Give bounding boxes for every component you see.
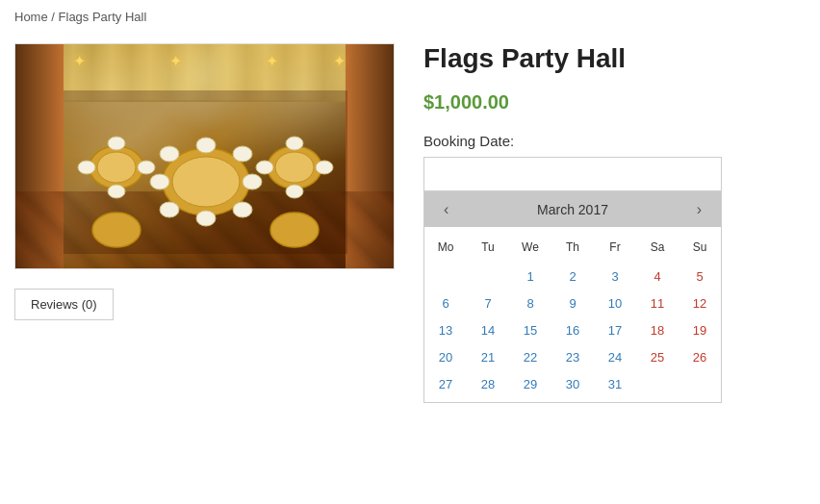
chandelier-3 xyxy=(266,52,285,81)
svg-point-13 xyxy=(160,146,179,162)
calendar: ‹ March 2017 › MoTuWeThFrSaSu 1234567891… xyxy=(423,191,722,403)
chandelier-4 xyxy=(333,52,352,81)
day-cell[interactable]: 18 xyxy=(636,316,679,343)
day-cell[interactable]: 4 xyxy=(636,263,679,290)
day-header-fr: Fr xyxy=(594,237,636,258)
breadcrumb-home[interactable]: Home xyxy=(14,10,48,24)
venue-image xyxy=(14,43,395,269)
day-cell[interactable]: 17 xyxy=(594,316,636,343)
svg-point-7 xyxy=(92,213,141,247)
day-cell[interactable]: 6 xyxy=(424,290,467,316)
day-header-sa: Sa xyxy=(636,237,679,258)
tables-svg xyxy=(64,90,347,254)
day-cell xyxy=(679,370,721,397)
day-header-mo: Mo xyxy=(424,237,467,258)
day-header-th: Th xyxy=(551,237,594,258)
breadcrumb-current: Flags Party Hall xyxy=(59,10,147,24)
day-cell[interactable]: 29 xyxy=(509,370,551,397)
day-cell[interactable]: 3 xyxy=(594,263,636,290)
day-cell xyxy=(467,263,509,290)
day-cell[interactable]: 31 xyxy=(594,370,636,397)
day-cell[interactable]: 24 xyxy=(594,343,636,370)
day-cell[interactable]: 26 xyxy=(679,343,721,370)
day-cell[interactable]: 21 xyxy=(467,343,509,370)
svg-point-4 xyxy=(97,152,136,183)
chandelier-1 xyxy=(73,52,92,81)
svg-point-6 xyxy=(275,152,314,183)
reviews-button[interactable]: Reviews (0) xyxy=(14,289,114,320)
svg-point-22 xyxy=(286,185,303,198)
day-cell[interactable]: 28 xyxy=(467,370,509,397)
day-headers: MoTuWeThFrSaSu xyxy=(424,232,721,263)
chandelier-2 xyxy=(169,52,189,81)
day-cell[interactable]: 25 xyxy=(636,343,679,370)
day-cell[interactable]: 22 xyxy=(509,343,551,370)
svg-point-14 xyxy=(233,146,252,162)
day-cell xyxy=(636,370,679,397)
day-cell[interactable]: 9 xyxy=(551,290,594,316)
day-cell[interactable]: 20 xyxy=(424,343,467,370)
svg-point-23 xyxy=(256,161,273,174)
day-cell[interactable]: 8 xyxy=(509,290,551,316)
svg-point-8 xyxy=(270,213,319,247)
day-cell[interactable]: 27 xyxy=(424,370,467,397)
calendar-prev-button[interactable]: ‹ xyxy=(439,202,453,217)
svg-point-19 xyxy=(78,161,95,174)
day-cell[interactable]: 7 xyxy=(467,290,509,316)
right-panel: Flags Party Hall $1,000.00 Booking Date:… xyxy=(423,43,806,403)
calendar-header: ‹ March 2017 › xyxy=(424,192,721,227)
svg-point-21 xyxy=(286,137,303,150)
day-cell[interactable]: 11 xyxy=(636,290,679,316)
day-cell[interactable]: 13 xyxy=(424,316,467,343)
left-panel: Reviews (0) xyxy=(14,43,395,403)
svg-point-17 xyxy=(108,137,125,150)
day-cell[interactable]: 23 xyxy=(551,343,594,370)
day-cell[interactable]: 10 xyxy=(594,290,636,316)
day-cell[interactable]: 12 xyxy=(679,290,721,316)
svg-point-18 xyxy=(108,185,125,198)
day-cell[interactable]: 2 xyxy=(551,263,594,290)
calendar-grid: MoTuWeThFrSaSu 1234567891011121314151617… xyxy=(424,227,721,402)
day-cell[interactable]: 30 xyxy=(551,370,594,397)
day-cell[interactable]: 16 xyxy=(551,316,594,343)
days-grid: 1234567891011121314151617181920212223242… xyxy=(424,263,721,397)
day-cell[interactable]: 14 xyxy=(467,316,509,343)
svg-point-2 xyxy=(172,157,240,207)
day-header-su: Su xyxy=(679,237,721,258)
main-content: Reviews (0) Flags Party Hall $1,000.00 B… xyxy=(0,34,820,413)
svg-point-12 xyxy=(243,174,262,189)
venue-price: $1,000.00 xyxy=(423,91,806,113)
booking-date-input[interactable] xyxy=(423,157,722,191)
day-header-we: We xyxy=(509,237,551,258)
breadcrumb: Home / Flags Party Hall xyxy=(0,0,820,34)
svg-point-9 xyxy=(196,138,216,153)
day-cell[interactable]: 1 xyxy=(509,263,551,290)
day-cell xyxy=(424,263,467,290)
svg-point-24 xyxy=(316,161,333,174)
breadcrumb-separator: / xyxy=(51,10,58,24)
booking-date-label: Booking Date: xyxy=(423,133,806,149)
svg-point-11 xyxy=(150,174,169,189)
svg-point-16 xyxy=(233,202,252,217)
day-cell[interactable]: 15 xyxy=(509,316,551,343)
day-cell[interactable]: 5 xyxy=(679,263,721,290)
calendar-month-label: March 2017 xyxy=(537,202,608,217)
venue-title: Flags Party Hall xyxy=(423,43,806,74)
svg-point-10 xyxy=(196,211,216,226)
day-header-tu: Tu xyxy=(467,237,509,258)
svg-point-20 xyxy=(138,161,155,174)
day-cell[interactable]: 19 xyxy=(679,316,721,343)
calendar-next-button[interactable]: › xyxy=(692,202,706,217)
svg-point-15 xyxy=(160,202,179,217)
